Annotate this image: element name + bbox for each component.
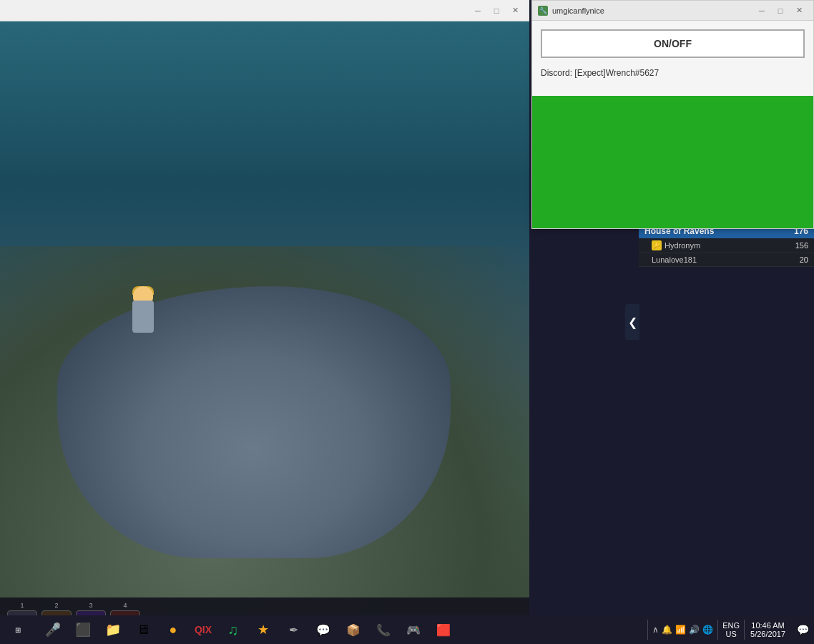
taskbar-date: 5/26/2017: [750, 630, 785, 638]
side-arrow-button[interactable]: ❮: [625, 304, 639, 340]
discord-text: Discord: [Expect]Wrench#5627: [541, 65, 805, 81]
hydronym-special-icon: 🔑: [652, 240, 662, 250]
taskbar-discord[interactable]: 💬: [309, 616, 338, 643]
toolbar-num-1: 1: [20, 602, 24, 609]
second-titlebar: 🔧 umgicanflynice ─ □ ✕: [532, 1, 813, 21]
second-window-green-area: [532, 96, 813, 228]
second-window-body: ON/OFF Discord: [Expect]Wrench#5627: [532, 21, 813, 89]
start-button[interactable]: ⊞: [0, 615, 36, 644]
taskbar-spotify[interactable]: ♫: [219, 616, 247, 643]
game-background: [0, 0, 529, 615]
minimize-button[interactable]: ─: [469, 4, 486, 18]
toolbar-num-4: 4: [123, 602, 127, 609]
second-window: 🔧 umgicanflynice ─ □ ✕ ON/OFF Discord: […: [531, 0, 814, 229]
game-titlebar: ─ □ ✕: [0, 0, 529, 21]
maximize-button[interactable]: □: [488, 4, 505, 18]
taskbar-file-explorer[interactable]: 📁: [99, 616, 127, 643]
taskbar-sys-icons: ∧ 🔔 📶 🔊 🌐: [648, 625, 717, 635]
taskbar-time: 10:46 AM: [751, 621, 784, 630]
toolbar-num-3: 3: [89, 602, 92, 609]
taskbar-notification-button[interactable]: 💬: [791, 616, 814, 643]
taskbar-skype[interactable]: 📞: [369, 616, 398, 643]
toolbar-num-2: 2: [54, 602, 58, 609]
taskbar-roblox[interactable]: 🎮: [399, 616, 428, 643]
taskbar-coins[interactable]: ●: [159, 616, 187, 643]
taskbar-clock[interactable]: 10:46 AM 5/26/2017: [745, 621, 791, 638]
taskbar-arrow-up[interactable]: ∧: [652, 625, 659, 635]
taskbar-network-icon: 📶: [675, 625, 686, 635]
taskbar-pen[interactable]: ✒: [279, 616, 308, 643]
char-body: [132, 301, 154, 333]
taskbar-qix[interactable]: QIX: [189, 616, 217, 643]
second-title-controls: ─ □ ✕: [753, 4, 808, 18]
taskbar: ⊞ 🎤 ⬛ 📁 🖥 ● QIX ♫ ★ ✒ 💬 📦 📞 🎮 🟥 ∧ 🔔 📶 🔊 …: [0, 615, 814, 644]
player-lunalove181: Lunalove181 20: [639, 253, 814, 267]
second-minimize-button[interactable]: ─: [753, 4, 770, 18]
on-off-button[interactable]: ON/OFF: [541, 29, 805, 58]
second-close-button[interactable]: ✕: [790, 4, 808, 18]
taskbar-3d-viewer[interactable]: 📦: [339, 616, 368, 643]
close-button[interactable]: ✕: [506, 4, 524, 18]
taskbar-globe-icon: 🌐: [702, 625, 713, 635]
second-maximize-button[interactable]: □: [772, 4, 789, 18]
taskbar-display[interactable]: 🖥: [129, 616, 157, 643]
taskbar-lang-top: ENG: [722, 621, 740, 630]
taskbar-bell-icon: 🔔: [662, 625, 672, 635]
second-window-title: umgicanflynice: [552, 6, 604, 15]
taskbar-icons: 🎤 ⬛ 📁 🖥 ● QIX ♫ ★ ✒ 💬 📦 📞 🎮 🟥: [36, 616, 647, 643]
taskbar-lang-bot: US: [726, 630, 737, 638]
second-window-icon: 🔧: [538, 6, 548, 16]
taskbar-ms-store[interactable]: 🟥: [429, 616, 458, 643]
taskbar-microphone[interactable]: 🎤: [39, 616, 67, 643]
player-hydronym: 🔑 Hydronym 156: [639, 238, 814, 253]
title-controls: ─ □ ✕: [469, 4, 524, 18]
taskbar-volume-icon: 🔊: [689, 625, 700, 635]
character: [122, 286, 165, 343]
terrain: [57, 286, 451, 558]
taskbar-starred[interactable]: ★: [249, 616, 278, 643]
taskbar-tablet[interactable]: ⬛: [69, 616, 97, 643]
taskbar-language: ENG US: [718, 621, 744, 638]
